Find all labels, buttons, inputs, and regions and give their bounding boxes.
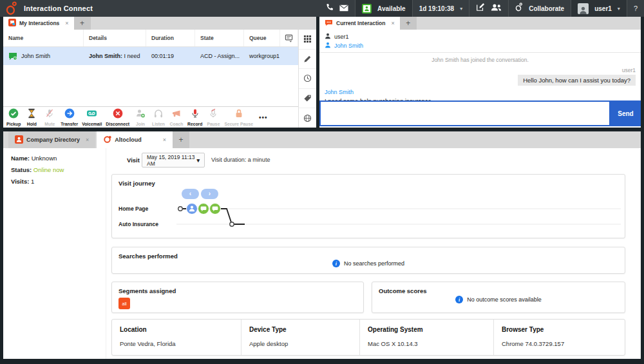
mail-icon[interactable]	[339, 3, 348, 14]
avatar	[578, 3, 589, 14]
user-menu[interactable]: user1 ▾	[571, 0, 627, 17]
tab-company-directory[interactable]: Company Directory ×	[8, 131, 95, 148]
chat-input[interactable]	[319, 101, 611, 126]
history-icon[interactable]	[299, 69, 316, 89]
voicemail-button[interactable]: Voicemail	[80, 108, 104, 126]
column-header-state[interactable]: State	[195, 30, 244, 46]
hold-button[interactable]: Hold	[23, 108, 41, 126]
column-header-duration[interactable]: Duration	[146, 30, 195, 46]
segments-title: Segments assigned	[112, 282, 363, 294]
pause-icon	[208, 108, 218, 121]
listen-button: Listen	[149, 108, 167, 126]
close-icon[interactable]: ×	[163, 137, 166, 143]
outgoing-message-bubble: Hello John, how can I assist you today?	[325, 75, 636, 86]
popout-column-icon[interactable]	[280, 30, 298, 46]
segment-badge[interactable]: all	[118, 298, 130, 309]
compose-icon[interactable]	[476, 3, 485, 14]
add-tab-button[interactable]: +	[173, 131, 189, 148]
detail-browser-type: Browser Type Chrome 74.0.3729.157	[493, 320, 625, 355]
close-icon[interactable]: ×	[65, 20, 68, 26]
tab-current-interaction[interactable]: Current Interaction ×	[319, 17, 400, 30]
detail-value: Mac OS X 10.14.3	[368, 340, 493, 347]
disconnect-button[interactable]: Disconnect	[104, 108, 131, 126]
mute-button: Mute	[41, 108, 59, 126]
pickup-button[interactable]: Pickup	[5, 108, 23, 126]
visitor-name-label: Name:	[11, 155, 30, 162]
username: user1	[594, 5, 612, 12]
detail-operating-system: Operating System Mac OS X 10.14.3	[359, 320, 493, 355]
collaborate-button[interactable]: Collaborate	[509, 0, 571, 17]
tab-altocloud[interactable]: Altocloud ×	[97, 131, 173, 148]
detail-location: Location Ponte Vedra, Florida	[112, 320, 241, 355]
column-header-name[interactable]: Name	[3, 30, 84, 46]
toolbar-label: Secure Pause	[224, 122, 253, 126]
secure-pause-button: Secure Pause	[222, 108, 255, 126]
record-button[interactable]: Record	[185, 108, 204, 126]
people-icon[interactable]	[491, 3, 502, 14]
status-label: Available	[377, 5, 406, 12]
visit-selected-value: May 15, 2019 11:13 AM	[147, 154, 196, 167]
listen-icon	[153, 108, 164, 121]
tag-icon[interactable]	[299, 89, 316, 109]
add-tab-button[interactable]: +	[400, 17, 417, 30]
chevron-down-icon: ▾	[460, 6, 462, 12]
toolbar-label: Hold	[27, 122, 37, 126]
interaction-row[interactable]: John Smith John Smith: I need so... 00:0…	[3, 47, 316, 65]
person-icon	[325, 42, 331, 50]
detail-label: Device Type	[249, 326, 359, 333]
app-window: Interaction Connect Available 1d 19:10:3…	[0, 0, 644, 364]
participant-customer[interactable]: John Smith	[325, 41, 636, 50]
side-tools-strip	[298, 30, 316, 128]
info-icon: i	[455, 296, 463, 303]
toolbar-label: Mute	[44, 122, 55, 126]
call-controls-toolbar: Pickup Hold Mute Transfer Voicemail Disc…	[3, 106, 298, 128]
globe-icon[interactable]	[299, 108, 316, 128]
participant-name: user1	[334, 34, 349, 40]
row-state: ACD - Assign...	[195, 47, 244, 65]
searches-performed-card: Searches performed i No searches perform…	[111, 247, 625, 274]
hold-icon	[26, 108, 37, 121]
info-icon: i	[332, 260, 340, 267]
row-queue: workgroup1	[244, 47, 280, 65]
help-button[interactable]: ?	[634, 5, 638, 12]
pencil-icon[interactable]	[299, 50, 316, 70]
record-icon	[190, 108, 200, 121]
row-duration: 00:01:19	[146, 47, 195, 65]
column-header-details[interactable]: Details	[84, 30, 146, 46]
session-timer-dropdown[interactable]: 1d 19:10:38 ▾	[413, 0, 469, 17]
searches-title: Searches performed	[112, 247, 625, 260]
secure-pause-icon	[234, 108, 244, 121]
current-interaction-icon	[325, 19, 333, 28]
journey-prev-button[interactable]: ‹	[182, 189, 199, 199]
session-timer: 1d 19:10:38	[419, 5, 454, 12]
join-button: Join	[131, 108, 149, 126]
interactions-tabbar: My Interactions × +	[3, 17, 316, 30]
add-tab-button[interactable]: +	[74, 17, 91, 30]
disconnect-icon	[113, 108, 123, 121]
column-header-queue[interactable]: Queue	[244, 30, 280, 46]
visit-duration: Visit duration: a minute	[211, 157, 270, 163]
send-button[interactable]: Send	[611, 101, 641, 126]
journey-page-auto: Auto Insurance	[118, 221, 158, 227]
tab-label: My Interactions	[19, 20, 59, 26]
visit-select[interactable]: May 15, 2019 11:13 AM ▾	[142, 153, 205, 168]
toolbar-label: Pause	[207, 122, 220, 126]
tab-my-interactions[interactable]: My Interactions ×	[3, 17, 74, 30]
close-icon[interactable]: ×	[86, 137, 89, 143]
transfer-button[interactable]: Transfer	[59, 108, 80, 126]
journey-next-button[interactable]: ›	[201, 189, 218, 199]
status-selector[interactable]: Available	[355, 0, 412, 17]
grid-view-icon[interactable]	[299, 30, 316, 50]
phone-icon[interactable]	[325, 3, 334, 14]
toolbar-label: Voicemail	[82, 122, 102, 126]
chat-interaction-icon	[8, 52, 17, 61]
participant-agent[interactable]: user1	[325, 32, 636, 41]
visit-detail-area: Visit May 15, 2019 11:13 AM ▾ Visit dura…	[106, 148, 641, 359]
detail-value: Apple desktop	[249, 340, 359, 347]
close-icon[interactable]: ×	[392, 20, 395, 26]
outcomes-empty-state: i No outcome scores available	[372, 296, 625, 303]
outcomes-title: Outcome scores	[372, 282, 625, 294]
tab-label: Current Interaction	[336, 20, 386, 26]
more-actions-button[interactable]: •••	[255, 114, 272, 121]
incoming-author[interactable]: John Smith	[325, 89, 641, 95]
